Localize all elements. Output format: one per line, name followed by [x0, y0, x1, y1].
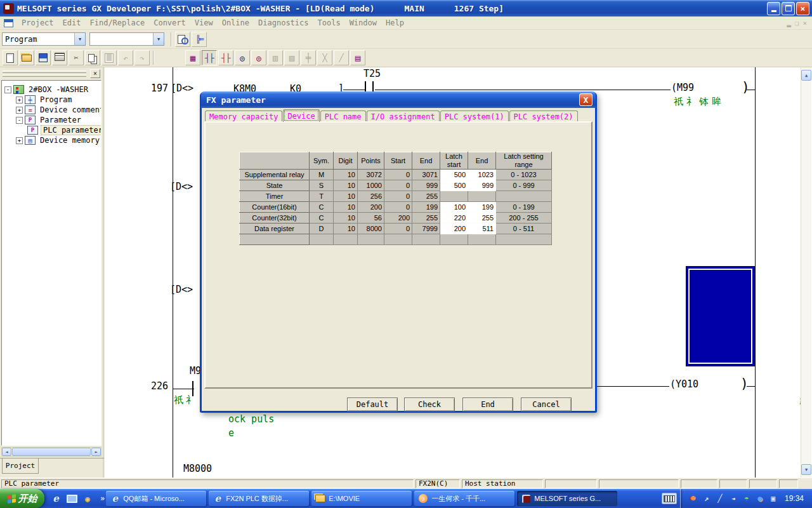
value-cell[interactable]: 200: [440, 224, 468, 234]
value-cell[interactable]: 511: [468, 224, 496, 234]
mdi-restore-icon[interactable]: ❏: [795, 19, 799, 27]
chevron-down-icon[interactable]: ▼: [153, 33, 164, 45]
collapse-icon[interactable]: -: [4, 86, 11, 93]
menu-find-replace[interactable]: Find/Replace: [85, 17, 149, 29]
keyboard-icon[interactable]: [662, 493, 677, 504]
tab-plc-name[interactable]: PLC name: [320, 110, 366, 122]
network-globe-icon[interactable]: [755, 493, 765, 504]
tree-item-device-comment[interactable]: +Device comment: [2, 105, 101, 115]
write-mode-button[interactable]: [218, 50, 233, 65]
open-button[interactable]: [19, 50, 34, 65]
value-cell[interactable]: 220: [440, 213, 468, 224]
tree-hscrollbar[interactable]: ◄ ►: [1, 447, 102, 457]
taskbar-task-qq-microso[interactable]: QQ邮箱 - Microso...: [106, 491, 206, 506]
mdi-close-icon[interactable]: ×: [802, 19, 807, 27]
panel-drag-grip[interactable]: [3, 70, 86, 76]
param-table-body: Sym.DigitPointsStartEndLatch startEndLat…: [240, 152, 552, 245]
collapse-icon[interactable]: -: [16, 117, 23, 124]
restore-button[interactable]: [782, 2, 795, 15]
tree-item-program[interactable]: +Program: [2, 95, 101, 105]
volume-icon[interactable]: [728, 493, 738, 504]
tree-item-parameter[interactable]: -Parameter: [2, 115, 101, 125]
chevron-down-icon[interactable]: ▼: [74, 33, 85, 45]
ie-icon[interactable]: [50, 493, 62, 504]
read-mode-button[interactable]: [202, 50, 217, 65]
dialog-close-icon[interactable]: X: [579, 93, 593, 106]
menu-tools[interactable]: Tools: [313, 17, 345, 29]
menu-help[interactable]: Help: [381, 17, 409, 29]
menu-view[interactable]: View: [190, 17, 218, 29]
end-button[interactable]: End: [462, 398, 513, 411]
media-player-icon[interactable]: [82, 493, 93, 504]
scroll-down-icon[interactable]: ▼: [801, 464, 811, 475]
ladder-cursor[interactable]: [686, 266, 755, 366]
value-cell[interactable]: 500: [440, 170, 468, 180]
upload-arrow-icon[interactable]: [702, 493, 712, 504]
pc-monitor-icon[interactable]: [768, 493, 778, 504]
dialog-titlebar[interactable]: FX parameter X: [201, 91, 596, 108]
value-cell[interactable]: 500: [440, 180, 468, 191]
cancel-button[interactable]: Cancel: [521, 398, 572, 411]
overflow-chevron-icon[interactable]: »: [100, 494, 105, 503]
tab-i-o-assignment[interactable]: I/O assignment: [367, 110, 440, 122]
value-cell[interactable]: 199: [468, 202, 496, 213]
project-tree-button[interactable]: [192, 32, 207, 47]
tab-plc-system-2[interactable]: PLC system(2): [509, 110, 578, 122]
scroll-right-icon[interactable]: ►: [91, 448, 101, 456]
scroll-thumb[interactable]: [12, 448, 91, 456]
expand-icon[interactable]: +: [16, 107, 23, 114]
qq-icon[interactable]: [688, 493, 698, 504]
cut-button[interactable]: [69, 50, 84, 65]
mdi-minimize-icon[interactable]: ▂: [787, 19, 791, 27]
tab-device[interactable]: Device: [283, 109, 319, 122]
value-cell[interactable]: 255: [468, 213, 496, 224]
default-button[interactable]: Default: [347, 398, 398, 411]
device-combo[interactable]: ▼: [89, 32, 164, 46]
project-tree[interactable]: -2#BOX -WASHER+Program+Device comment-Pa…: [1, 80, 102, 446]
expand-icon[interactable]: +: [16, 137, 23, 144]
param-table[interactable]: Sym.DigitPointsStartEndLatch startEndLat…: [239, 152, 552, 245]
check-button[interactable]: Check: [404, 398, 455, 411]
pen-icon[interactable]: [715, 493, 725, 504]
copy-button[interactable]: [85, 50, 100, 65]
start-button[interactable]: 开始: [0, 489, 44, 508]
instruction-list-button[interactable]: [350, 50, 365, 65]
ladder-logic-test-button[interactable]: [185, 50, 200, 65]
show-desktop-icon[interactable]: [66, 493, 77, 504]
menu-edit[interactable]: Edit: [58, 17, 86, 29]
taskbar-task-e-movie[interactable]: E:\MOVIE: [311, 491, 412, 506]
umbrella-icon[interactable]: [742, 493, 752, 504]
expand-icon[interactable]: +: [16, 97, 23, 104]
taskbar-task-fx2n-plc[interactable]: FX2N PLC 数据掉...: [209, 491, 309, 506]
menu-online[interactable]: Online: [218, 17, 254, 29]
menu-diagnostics[interactable]: Diagnostics: [254, 17, 313, 29]
new-button[interactable]: [3, 50, 18, 65]
window-title: MELSOFT series GX Developer F:\SST\polis…: [17, 4, 767, 13]
scroll-left-icon[interactable]: ◄: [2, 448, 11, 456]
tree-item-plc-parameter[interactable]: PLC parameter: [2, 125, 101, 135]
tab-memory-capacity[interactable]: Memory capacity: [205, 110, 282, 122]
menu-project[interactable]: Project: [17, 17, 58, 29]
print-button[interactable]: [52, 50, 67, 65]
find-device-button[interactable]: [235, 50, 250, 65]
tab-project[interactable]: Project: [2, 458, 39, 474]
panel-close-icon[interactable]: ×: [90, 69, 100, 78]
value-cell[interactable]: 1023: [468, 170, 496, 180]
close-button[interactable]: ×: [796, 2, 809, 15]
save-button[interactable]: [36, 50, 51, 65]
taskbar-task-[interactable]: 一生何求 - 千千...: [414, 491, 514, 506]
tree-item-device-memory[interactable]: +Device memory: [2, 135, 101, 145]
taskbar-task-melsoft-series-g[interactable]: MELSOFT series G...: [517, 491, 617, 506]
value-cell[interactable]: 100: [440, 202, 468, 213]
menu-convert[interactable]: Convert: [149, 17, 190, 29]
comment-display-button[interactable]: [175, 32, 190, 47]
scroll-up-icon[interactable]: ▲: [801, 70, 811, 81]
find-instruction-button[interactable]: [251, 50, 266, 65]
tree-item-2-box-washer[interactable]: -2#BOX -WASHER: [2, 84, 101, 95]
ladder-vscrollbar[interactable]: ▲ ▼: [801, 67, 811, 478]
program-combo[interactable]: Program ▼: [2, 32, 86, 46]
value-cell[interactable]: 999: [468, 180, 496, 191]
menu-window[interactable]: Window: [345, 17, 381, 29]
tab-plc-system-1[interactable]: PLC system(1): [440, 110, 509, 122]
minimize-button[interactable]: [767, 2, 780, 15]
